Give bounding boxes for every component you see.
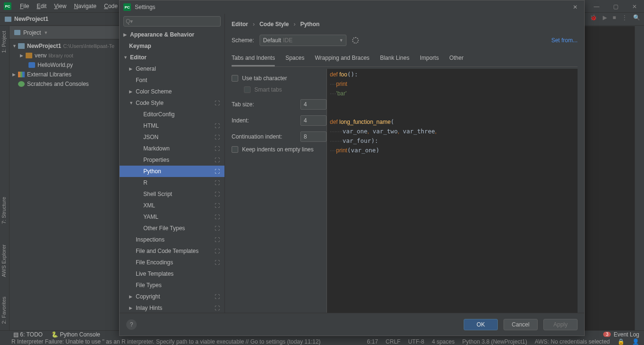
code-preview: def foo(): ····print ····'bar' def long_… bbox=[327, 69, 578, 313]
interpreter[interactable]: Python 3.8 (NewProject1) bbox=[462, 338, 527, 345]
expand-icon[interactable]: ▶ bbox=[12, 72, 17, 77]
encoding[interactable]: UTF-8 bbox=[408, 338, 424, 345]
tree-scratches[interactable]: ▶ Scratches and Consoles bbox=[9, 79, 119, 89]
tree-json[interactable]: JSON⛶ bbox=[120, 131, 224, 143]
indent-info[interactable]: 4 spaces bbox=[432, 338, 455, 345]
more-icon[interactable]: ⋮ bbox=[622, 14, 627, 21]
bc-editor[interactable]: Editor bbox=[232, 21, 248, 28]
tree-venv[interactable]: ▶ venv library root bbox=[9, 51, 119, 60]
aws-status[interactable]: AWS: No credentials selected bbox=[535, 338, 610, 345]
cancel-button[interactable]: Cancel bbox=[504, 319, 538, 330]
scope-icon: ⛶ bbox=[215, 260, 220, 265]
use-tab-checkbox[interactable]: Use tab character bbox=[232, 73, 327, 84]
tree-live[interactable]: Live Templates bbox=[120, 268, 224, 280]
tree-filetypes[interactable]: File Types bbox=[120, 280, 224, 291]
tree-otherft[interactable]: Other File Types⛶ bbox=[120, 223, 224, 234]
tree-editorconfig[interactable]: EditorConfig bbox=[120, 109, 224, 120]
scheme-value: Default bbox=[263, 37, 281, 44]
keep-indent-checkbox[interactable]: Keep indents on empty lines bbox=[232, 144, 327, 155]
status-message: R Interpreter Failure: Unable to use '' … bbox=[11, 338, 321, 345]
tree-xml[interactable]: XML⛶ bbox=[120, 200, 224, 211]
tree-editor[interactable]: ▼Editor bbox=[120, 52, 224, 63]
tree-r[interactable]: R⛶ bbox=[120, 177, 224, 188]
left-tab-structure[interactable]: 7: Structure bbox=[1, 197, 7, 224]
tree-font[interactable]: Font bbox=[120, 75, 224, 86]
scheme-combo[interactable]: Default IDE ▼ bbox=[260, 35, 346, 46]
tab-other[interactable]: Other bbox=[449, 55, 464, 66]
menu-edit[interactable]: Edit bbox=[33, 3, 50, 9]
expand-icon[interactable]: ▼ bbox=[12, 44, 17, 48]
bc-codestyle[interactable]: Code Style bbox=[260, 21, 289, 28]
gear-icon[interactable] bbox=[352, 37, 359, 44]
checkbox-icon bbox=[244, 86, 251, 93]
scope-icon: ⛶ bbox=[215, 100, 220, 106]
venv-name: venv bbox=[35, 52, 47, 59]
tree-inspections[interactable]: Inspections⛶ bbox=[120, 234, 224, 245]
help-button[interactable]: ? bbox=[126, 319, 137, 330]
lock-icon[interactable]: 🔒 bbox=[617, 338, 625, 345]
tree-shell[interactable]: Shell Script⛶ bbox=[120, 188, 224, 200]
dialog-close-icon[interactable]: ✕ bbox=[566, 4, 584, 10]
project-tree: ▼ NewProject1 C:\Users\Intellipaat-Te ▶ … bbox=[9, 39, 119, 91]
ok-button[interactable]: OK bbox=[464, 319, 498, 330]
menu-view[interactable]: View bbox=[50, 3, 70, 9]
cont-indent-input[interactable] bbox=[300, 131, 327, 142]
status-bar: R Interpreter Failure: Unable to use '' … bbox=[0, 338, 644, 345]
left-tab-project[interactable]: 1: Project bbox=[1, 31, 7, 53]
keep-indent-label: Keep indents on empty lines bbox=[242, 146, 314, 153]
search-icon[interactable]: 🔍 bbox=[633, 14, 640, 21]
apply-button[interactable]: Apply bbox=[543, 319, 578, 330]
set-from-link[interactable]: Set from... bbox=[551, 37, 578, 44]
project-name: NewProject1 bbox=[14, 16, 48, 22]
tree-templates[interactable]: File and Code Templates⛶ bbox=[120, 245, 224, 257]
minimize-icon[interactable]: — bbox=[587, 0, 606, 13]
external-label: External Libraries bbox=[27, 71, 71, 78]
python-console-tab[interactable]: 🐍 Python Console bbox=[51, 331, 100, 338]
tree-markdown[interactable]: Markdown⛶ bbox=[120, 143, 224, 154]
coverage-icon[interactable]: ▶ bbox=[603, 14, 607, 21]
tree-codestyle[interactable]: ▼Code Style⛶ bbox=[120, 97, 224, 109]
tree-external[interactable]: ▶ External Libraries bbox=[9, 70, 119, 79]
scratches-icon bbox=[18, 81, 25, 87]
tree-encodings[interactable]: File Encodings⛶ bbox=[120, 257, 224, 268]
tree-root[interactable]: ▼ NewProject1 C:\Users\Intellipaat-Te bbox=[9, 41, 119, 51]
tree-file[interactable]: HelloWorld.py bbox=[9, 60, 119, 70]
tab-spaces[interactable]: Spaces bbox=[285, 55, 304, 66]
tab-imports[interactable]: Imports bbox=[420, 55, 439, 66]
scope-icon: ⛶ bbox=[215, 191, 220, 197]
checkbox-icon bbox=[232, 146, 238, 153]
stop-icon[interactable]: ■ bbox=[613, 14, 616, 21]
settings-search[interactable]: Q▾ bbox=[123, 16, 221, 27]
tree-python[interactable]: Python⛶ bbox=[120, 166, 224, 177]
menu-navigate[interactable]: Navigate bbox=[70, 3, 100, 9]
tree-inlay[interactable]: ▶Inlay Hints⛶ bbox=[120, 302, 224, 313]
tab-tabs-indents[interactable]: Tabs and Indents bbox=[232, 55, 275, 66]
expand-icon[interactable]: ▶ bbox=[20, 53, 25, 58]
menu-file[interactable]: File bbox=[16, 3, 33, 9]
line-sep[interactable]: CRLF bbox=[386, 338, 401, 345]
left-tab-favorites[interactable]: 2: Favorites bbox=[1, 297, 7, 324]
event-log-tab[interactable]: Event Log bbox=[614, 331, 639, 338]
project-panel-header[interactable]: Project ▼ bbox=[9, 26, 119, 39]
tree-general[interactable]: ▶General bbox=[120, 63, 224, 75]
indent-input[interactable] bbox=[300, 115, 327, 126]
left-tab-aws[interactable]: AWS Explorer bbox=[1, 244, 7, 277]
todo-tab[interactable]: ▤ 6: TODO bbox=[13, 331, 43, 338]
tab-wrapping[interactable]: Wrapping and Braces bbox=[315, 55, 369, 66]
scope-icon: ⛶ bbox=[215, 157, 220, 163]
tree-html[interactable]: HTML⛶ bbox=[120, 120, 224, 131]
tree-keymap[interactable]: Keymap bbox=[120, 40, 224, 52]
caret-position[interactable]: 6:17 bbox=[367, 338, 378, 345]
tabsize-input[interactable] bbox=[300, 99, 327, 110]
debug-icon[interactable]: 🐞 bbox=[590, 14, 597, 21]
tab-blank[interactable]: Blank Lines bbox=[380, 55, 410, 66]
tree-properties[interactable]: Properties⛶ bbox=[120, 154, 224, 166]
tree-colorscheme[interactable]: ▶Color Scheme bbox=[120, 86, 224, 97]
people-icon[interactable]: 👤 bbox=[632, 338, 639, 345]
tree-appearance[interactable]: ▶Appearance & Behavior bbox=[120, 29, 224, 40]
tree-yaml[interactable]: YAML⛶ bbox=[120, 211, 224, 223]
menu-code[interactable]: Code bbox=[100, 3, 121, 9]
maximize-icon[interactable]: ▢ bbox=[606, 0, 625, 13]
close-icon[interactable]: ✕ bbox=[625, 0, 644, 13]
tree-copyright[interactable]: ▶Copyright⛶ bbox=[120, 291, 224, 302]
